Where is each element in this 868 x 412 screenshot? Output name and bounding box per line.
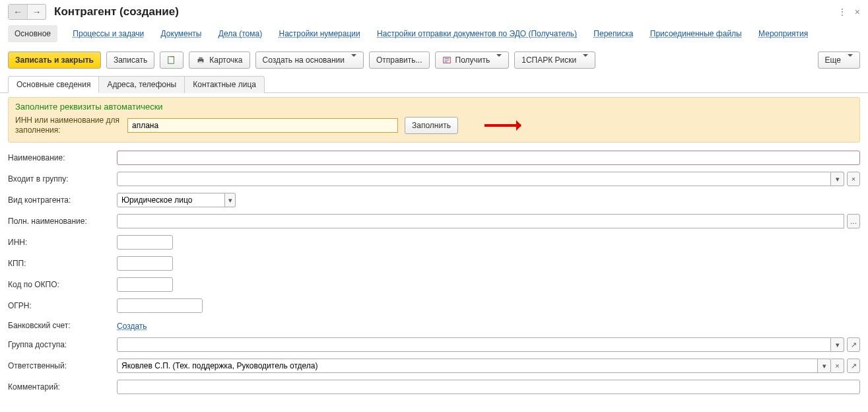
group-label: Входит в группу: (8, 174, 117, 184)
ogrn-input[interactable] (117, 298, 203, 313)
group-input[interactable] (117, 172, 831, 186)
attachment-button[interactable] (160, 52, 184, 69)
tab-contacts[interactable]: Контактные лица (185, 76, 265, 93)
tab-addresses[interactable]: Адреса, телефоны (99, 76, 185, 93)
group-clear-button[interactable]: × (847, 172, 860, 186)
okpo-label: Код по ОКПО: (8, 280, 117, 289)
create-from-button[interactable]: Создать на основании (255, 52, 364, 69)
chevron-down-icon (494, 55, 502, 65)
arrow-annotation (484, 121, 531, 130)
svg-rect-0 (168, 57, 174, 64)
navlink-numbering[interactable]: Настройки нумерации (278, 25, 362, 42)
spark-button[interactable]: 1СПАРК Риски (514, 52, 595, 69)
receive-icon (442, 55, 451, 65)
comment-label: Комментарий: (8, 382, 117, 392)
card-button-label: Карточка (209, 55, 242, 65)
bank-label: Банковский счет: (8, 321, 117, 330)
section-links: Основное Процессы и задачи Документы Дел… (0, 21, 868, 49)
navlink-main[interactable]: Основное (8, 25, 57, 42)
navlink-correspondence[interactable]: Переписка (592, 25, 634, 42)
toolbar: Записать и закрыть Записать Карточка Соз… (0, 49, 868, 75)
fullname-input[interactable] (117, 214, 844, 228)
nav-history: ← → (8, 4, 46, 20)
receive-button[interactable]: Получить (435, 52, 510, 69)
responsible-input[interactable] (117, 359, 818, 373)
bank-create-link[interactable]: Создать (117, 320, 147, 331)
chevron-down-icon (349, 55, 356, 65)
autofill-button[interactable]: Заполнить (405, 117, 458, 134)
accessgrp-input[interactable] (117, 337, 831, 352)
name-input[interactable] (117, 151, 860, 165)
type-dropdown-button[interactable]: ▾ (225, 193, 236, 207)
more-button[interactable]: Еще (818, 52, 860, 69)
responsible-open-button[interactable]: ↗ (847, 359, 860, 373)
autofill-panel: Заполните реквизиты автоматически ИНН ил… (8, 97, 860, 143)
card-button[interactable]: Карточка (189, 52, 250, 69)
kpp-label: КПП: (8, 259, 117, 268)
kebab-icon[interactable]: ⋮ (838, 7, 847, 17)
nav-back-button[interactable]: ← (9, 5, 27, 19)
responsible-label: Ответственный: (8, 361, 117, 370)
type-select[interactable] (117, 193, 225, 207)
spark-label: 1СПАРК Риски (521, 55, 576, 65)
save-close-button[interactable]: Записать и закрыть (8, 52, 101, 69)
more-label: Еще (825, 55, 841, 65)
kpp-input[interactable] (117, 256, 173, 271)
responsible-clear-button[interactable]: × (831, 359, 844, 373)
fullname-label: Полн. наименование: (8, 217, 117, 226)
accessgrp-label: Группа доступа: (8, 340, 117, 349)
tab-main-info[interactable]: Основные сведения (8, 76, 99, 93)
chevron-down-icon (580, 55, 588, 65)
name-label: Наименование: (8, 153, 117, 162)
navlink-events[interactable]: Мероприятия (757, 25, 809, 42)
autofill-label: ИНН или наименование для заполнения: (15, 116, 121, 135)
responsible-dropdown-button[interactable]: ▾ (818, 359, 831, 373)
inn-input[interactable] (117, 235, 173, 250)
attachment-icon (167, 55, 176, 65)
comment-input[interactable] (117, 380, 860, 394)
page-title: Контрагент (создание) (54, 5, 838, 18)
navlink-edo[interactable]: Настройки отправки документов по ЭДО (По… (376, 25, 578, 42)
printer-icon (196, 55, 205, 65)
create-from-label: Создать на основании (263, 55, 345, 65)
navlink-processes[interactable]: Процессы и задачи (71, 25, 145, 42)
save-button[interactable]: Записать (106, 52, 154, 69)
navlink-cases[interactable]: Дела (тома) (217, 25, 263, 42)
chevron-down-icon (845, 55, 853, 65)
form-area: Наименование: Входит в группу: ▾ × Вид к… (0, 148, 868, 409)
navlink-documents[interactable]: Документы (160, 25, 203, 42)
receive-label: Получить (455, 55, 490, 65)
autofill-input[interactable] (127, 118, 398, 133)
nav-forward-button[interactable]: → (27, 5, 46, 19)
tabs: Основные сведения Адреса, телефоны Конта… (0, 75, 868, 93)
navlink-files[interactable]: Присоединенные файлы (649, 25, 743, 42)
group-dropdown-button[interactable]: ▾ (831, 172, 844, 186)
okpo-input[interactable] (117, 277, 173, 292)
close-icon[interactable]: × (855, 7, 860, 17)
svg-rect-2 (199, 57, 203, 59)
fullname-more-button[interactable]: … (847, 214, 860, 228)
type-label: Вид контрагента: (8, 195, 117, 205)
svg-rect-3 (199, 61, 203, 64)
ogrn-label: ОГРН: (8, 301, 117, 310)
accessgrp-open-button[interactable]: ↗ (847, 337, 860, 352)
accessgrp-dropdown-button[interactable]: ▾ (831, 337, 844, 352)
inn-label: ИНН: (8, 238, 117, 247)
send-button[interactable]: Отправить... (369, 52, 430, 69)
autofill-title: Заполните реквизиты автоматически (15, 102, 853, 112)
